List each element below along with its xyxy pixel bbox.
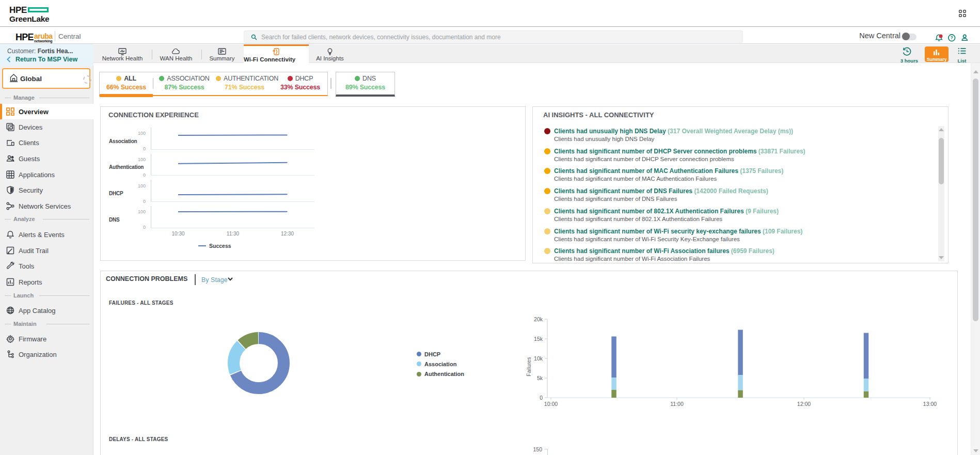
svg-text:?: ? <box>950 35 953 40</box>
svg-text:0: 0 <box>540 395 543 401</box>
svg-text:Failures: Failures <box>526 357 532 376</box>
svg-text:11:00: 11:00 <box>670 401 684 407</box>
svg-text:12:00: 12:00 <box>797 401 811 407</box>
svg-text:10:00: 10:00 <box>544 401 558 407</box>
svg-text:20k: 20k <box>534 316 543 322</box>
svg-text:13:00: 13:00 <box>923 401 937 407</box>
svg-text:5k: 5k <box>537 375 543 381</box>
svg-text:15k: 15k <box>534 336 543 342</box>
svg-text:150: 150 <box>533 446 542 452</box>
svg-text:10k: 10k <box>534 355 543 362</box>
